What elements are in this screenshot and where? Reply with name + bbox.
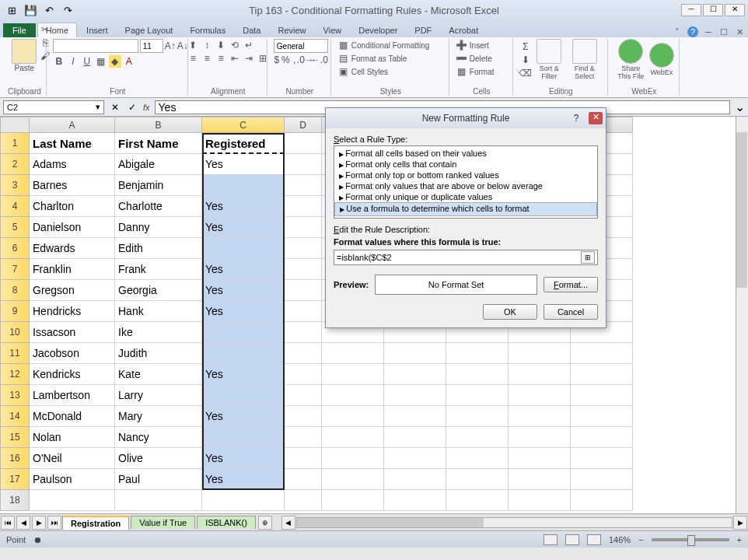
cell-C14[interactable]: Yes <box>202 406 285 427</box>
cell-A12[interactable]: Kendricks <box>30 364 115 385</box>
autosum-icon[interactable]: Σ <box>519 40 532 53</box>
cell-F15[interactable] <box>384 427 446 448</box>
rule-type-item-0[interactable]: Format all cells based on their values <box>334 148 597 159</box>
ribbon-minimize-icon[interactable]: ˄ <box>672 26 683 37</box>
italic-icon[interactable]: I <box>67 55 79 68</box>
row-header-11[interactable]: 11 <box>0 343 30 364</box>
qat-undo-icon[interactable]: ↶ <box>42 3 56 17</box>
cell-D16[interactable] <box>285 448 322 469</box>
cell-E12[interactable] <box>322 364 384 385</box>
row-header-1[interactable]: 1 <box>0 133 30 154</box>
cell-A15[interactable]: Nolan <box>30 427 115 448</box>
cell-A18[interactable] <box>30 490 115 511</box>
cell-C7[interactable]: Yes <box>202 259 285 280</box>
row-header-12[interactable]: 12 <box>0 364 30 385</box>
font-size-select[interactable] <box>140 39 163 53</box>
row-header-8[interactable]: 8 <box>0 280 30 301</box>
cell-A5[interactable]: Danielson <box>30 217 115 238</box>
cell-B18[interactable] <box>115 490 202 511</box>
col-header-A[interactable]: A <box>30 117 115 133</box>
tab-pdf[interactable]: PDF <box>407 23 439 37</box>
cell-C13[interactable] <box>202 385 285 406</box>
cell-F12[interactable] <box>384 364 446 385</box>
cell-C17[interactable]: Yes <box>202 469 285 490</box>
qat-excel-icon[interactable]: ⊞ <box>5 3 19 17</box>
cell-C18[interactable] <box>202 490 285 511</box>
qat-redo-icon[interactable]: ↷ <box>61 3 75 17</box>
cell-I17[interactable] <box>571 469 633 490</box>
cell-B12[interactable]: Kate <box>115 364 202 385</box>
zoom-slider[interactable] <box>652 538 729 541</box>
cell-D6[interactable] <box>285 238 322 259</box>
cell-B16[interactable]: Olive <box>115 448 202 469</box>
cell-D15[interactable] <box>285 427 322 448</box>
orientation-icon[interactable]: ⟲ <box>229 39 241 51</box>
cell-D4[interactable] <box>285 196 322 217</box>
cell-E17[interactable] <box>322 469 384 490</box>
cell-B17[interactable]: Paul <box>115 469 202 490</box>
border-icon[interactable]: ▦ <box>95 55 107 68</box>
fx-icon[interactable]: fx <box>143 103 150 112</box>
cell-B4[interactable]: Charlotte <box>115 196 202 217</box>
row-header-10[interactable]: 10 <box>0 322 30 343</box>
font-color-icon[interactable]: A <box>123 55 135 68</box>
copy-icon[interactable]: ⎘ <box>39 37 51 49</box>
cell-G11[interactable] <box>446 343 509 364</box>
cell-C2[interactable]: Yes <box>202 154 285 175</box>
align-bottom-icon[interactable]: ⬇ <box>215 39 227 51</box>
format-painter-icon[interactable]: 🖌 <box>39 50 51 62</box>
cell-H18[interactable] <box>509 490 571 511</box>
cell-A3[interactable]: Barnes <box>30 175 115 196</box>
sheet-tab-isblank[interactable]: ISBLANK() <box>197 516 256 529</box>
rule-type-item-3[interactable]: Format only values that are above or bel… <box>334 180 597 191</box>
cell-B10[interactable]: Ike <box>115 322 202 343</box>
row-header-5[interactable]: 5 <box>0 217 30 238</box>
doc-close-icon[interactable]: ✕ <box>734 26 745 37</box>
cell-F14[interactable] <box>384 406 446 427</box>
paste-button[interactable]: Paste <box>12 39 37 72</box>
cell-I13[interactable] <box>571 385 633 406</box>
tab-review[interactable]: Review <box>270 23 313 37</box>
delete-button[interactable]: ➖Delete <box>456 52 495 65</box>
cell-H12[interactable] <box>509 364 571 385</box>
format-table-button[interactable]: ▤Format as Table <box>337 52 430 65</box>
webex-button[interactable]: WebEx <box>649 43 674 76</box>
cell-F16[interactable] <box>384 448 446 469</box>
new-sheet-icon[interactable]: ⊕ <box>258 516 272 530</box>
cell-A7[interactable]: Franklin <box>30 259 115 280</box>
cell-A11[interactable]: Jacobson <box>30 343 115 364</box>
cancel-button[interactable]: Cancel <box>544 304 598 320</box>
sheet-nav-prev-icon[interactable]: ◀ <box>16 516 30 530</box>
row-header-16[interactable]: 16 <box>0 448 30 469</box>
row-header-15[interactable]: 15 <box>0 427 30 448</box>
indent-inc-icon[interactable]: ⇥ <box>243 52 255 65</box>
cell-H17[interactable] <box>509 469 571 490</box>
sort-filter-button[interactable]: Sort & Filter <box>533 39 565 80</box>
name-box[interactable]: C2▾ <box>3 100 104 114</box>
cell-I16[interactable] <box>571 448 633 469</box>
cell-A16[interactable]: O'Neil <box>30 448 115 469</box>
dialog-help-icon[interactable]: ? <box>568 113 584 124</box>
page-break-view-icon[interactable] <box>587 534 601 545</box>
cell-B13[interactable]: Larry <box>115 385 202 406</box>
rule-type-item-5[interactable]: Use a formula to determine which cells t… <box>334 202 597 216</box>
cell-F13[interactable] <box>384 385 446 406</box>
cell-B7[interactable]: Frank <box>115 259 202 280</box>
increase-font-icon[interactable]: A↑ <box>165 40 176 52</box>
cell-D2[interactable] <box>285 154 322 175</box>
maximize-icon[interactable]: ☐ <box>703 4 723 16</box>
cell-A9[interactable]: Hendricks <box>30 301 115 322</box>
cell-C15[interactable] <box>202 427 285 448</box>
cell-E13[interactable] <box>322 385 384 406</box>
cell-F11[interactable] <box>384 343 446 364</box>
zoom-level[interactable]: 146% <box>609 535 631 544</box>
indent-dec-icon[interactable]: ⇤ <box>229 52 241 65</box>
cell-D7[interactable] <box>285 259 322 280</box>
doc-minimize-icon[interactable]: ─ <box>703 26 714 37</box>
cut-icon[interactable]: ✂ <box>39 23 51 36</box>
tab-pagelayout[interactable]: Page Layout <box>117 23 181 37</box>
align-left-icon[interactable]: ≡ <box>187 52 199 65</box>
cell-C16[interactable]: Yes <box>202 448 285 469</box>
cell-I11[interactable] <box>571 343 633 364</box>
format-button[interactable]: Format... <box>544 277 598 292</box>
